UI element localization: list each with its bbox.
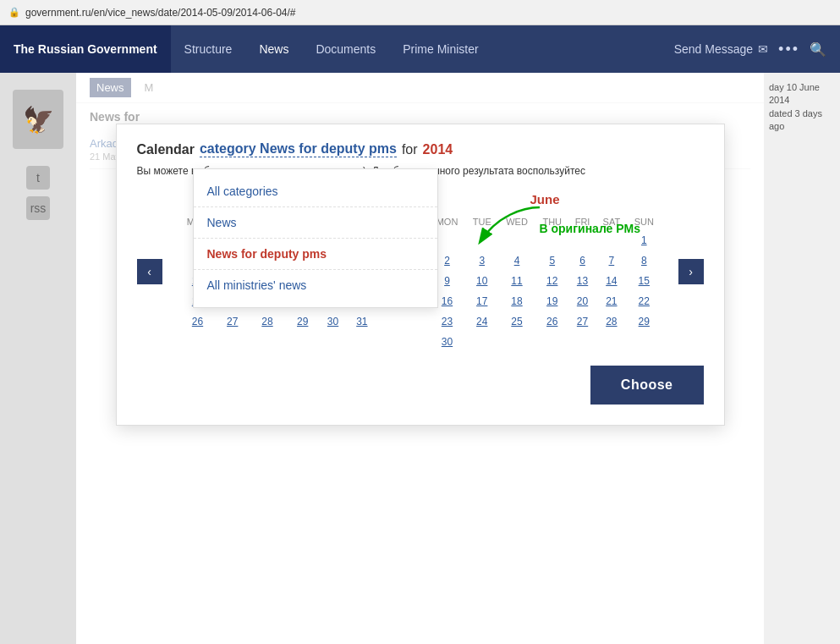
- category-dropdown-link[interactable]: category News for deputy pms: [200, 141, 397, 157]
- logo-area: 🦅: [0, 81, 76, 157]
- main-content: News M News for Arkady Dvork 21 May 2014…: [76, 73, 764, 644]
- june-day-cell: [596, 230, 627, 250]
- june-day-cell[interactable]: 18: [498, 291, 535, 311]
- may-day-cell[interactable]: 30: [319, 311, 346, 332]
- may-day-cell[interactable]: 31: [347, 311, 377, 332]
- june-day-cell[interactable]: 13: [568, 271, 596, 291]
- updated-text: dated 3 days ago: [769, 107, 835, 134]
- june-day-cell[interactable]: 4: [498, 250, 535, 271]
- june-day-cell[interactable]: 28: [596, 311, 627, 332]
- june-header-thu: THU: [535, 213, 568, 230]
- nav-links: Structure News Documents Prime Minister: [171, 25, 661, 73]
- more-options-icon[interactable]: •••: [778, 41, 799, 58]
- june-day-cell[interactable]: 27: [568, 311, 596, 332]
- june-day-cell: [498, 332, 535, 352]
- nav-documents[interactable]: Documents: [302, 25, 389, 73]
- page-body: 🦅 t rss News M News for Arkady Dvork 21 …: [0, 73, 840, 644]
- send-message-label: Send Message: [674, 42, 753, 56]
- june-calendar: June MON TUE WED THU FRI SAT: [429, 192, 662, 352]
- year-link[interactable]: 2014: [423, 142, 453, 157]
- june-day-cell: [568, 332, 596, 352]
- right-sidebar: day 10 June 2014 dated 3 days ago: [764, 73, 840, 644]
- search-icon[interactable]: 🔍: [810, 41, 826, 58]
- june-day-cell: [568, 230, 596, 250]
- june-title: June: [429, 192, 662, 206]
- address-bar: 🔒 government.ru/en/vice_news/date/2014-0…: [0, 0, 840, 25]
- navbar: The Russian Government Structure News Do…: [0, 25, 840, 73]
- brand-logo[interactable]: The Russian Government: [0, 25, 171, 73]
- june-header-wed: WED: [498, 213, 535, 230]
- june-day-cell[interactable]: 15: [627, 271, 661, 291]
- june-day-cell: [535, 332, 568, 352]
- june-day-cell: [465, 230, 498, 250]
- june-header-tue: TUE: [465, 213, 498, 230]
- social-icons: t rss: [0, 166, 76, 220]
- rss-icon[interactable]: rss: [26, 196, 50, 220]
- may-day-cell[interactable]: 27: [216, 311, 249, 332]
- calendar-container: Calendar category News for deputy pms fo…: [116, 124, 725, 426]
- send-message[interactable]: Send Message ✉: [674, 42, 768, 56]
- june-day-cell[interactable]: 6: [568, 250, 596, 271]
- june-day-cell[interactable]: 12: [535, 271, 568, 291]
- left-sidebar: 🦅 t rss: [0, 73, 76, 644]
- calendar-header: Calendar category News for deputy pms fo…: [137, 141, 704, 157]
- june-day-cell[interactable]: 24: [465, 311, 498, 332]
- june-day-cell[interactable]: 5: [535, 250, 568, 271]
- date-text: day 10 June 2014: [769, 81, 835, 107]
- may-day-cell[interactable]: 28: [249, 311, 286, 332]
- lock-icon: 🔒: [8, 7, 20, 18]
- envelope-icon: ✉: [758, 42, 768, 56]
- june-day-cell[interactable]: 25: [498, 311, 535, 332]
- next-month-button[interactable]: ›: [678, 259, 704, 284]
- may-day-cell[interactable]: 26: [179, 311, 217, 332]
- june-header-fri: FRI: [568, 213, 596, 230]
- nav-structure[interactable]: Structure: [171, 25, 246, 73]
- june-day-cell: [627, 332, 661, 352]
- calendar-label: Calendar: [137, 142, 195, 157]
- may-day-cell: [377, 311, 411, 332]
- choose-button[interactable]: Choose: [590, 366, 704, 405]
- june-day-cell[interactable]: 29: [627, 311, 661, 332]
- june-day-cell[interactable]: 30: [429, 332, 466, 352]
- dropdown-all-categories[interactable]: All categories: [194, 176, 437, 207]
- june-day-cell[interactable]: 22: [627, 291, 661, 311]
- for-text: for: [402, 142, 418, 157]
- june-day-cell[interactable]: 23: [429, 311, 466, 332]
- url-text: government.ru/en/vice_news/date/2014-05-…: [25, 7, 296, 19]
- dropdown-all-ministries[interactable]: All ministries' news: [194, 270, 437, 300]
- calendar-modal: Calendar category News for deputy pms fo…: [76, 73, 764, 644]
- nav-prime-minister[interactable]: Prime Minister: [389, 25, 491, 73]
- twitter-icon[interactable]: t: [26, 166, 50, 190]
- june-day-cell: [596, 332, 627, 352]
- june-day-cell[interactable]: 17: [465, 291, 498, 311]
- emblem: 🦅: [13, 90, 63, 149]
- june-day-cell: [535, 230, 568, 250]
- june-header-sat: SAT: [596, 213, 627, 230]
- date-info: day 10 June 2014 dated 3 days ago: [769, 81, 835, 134]
- june-header-sun: SUN: [627, 213, 661, 230]
- june-day-cell[interactable]: 11: [498, 271, 535, 291]
- choose-btn-row: Choose: [137, 352, 704, 408]
- nav-right: Send Message ✉ ••• 🔍: [661, 41, 840, 58]
- june-day-cell[interactable]: 20: [568, 291, 596, 311]
- prev-month-button[interactable]: ‹: [137, 259, 162, 284]
- dropdown-news[interactable]: News: [194, 207, 437, 239]
- dropdown-news-deputy[interactable]: News for deputy pms: [194, 239, 437, 270]
- june-day-cell[interactable]: 3: [465, 250, 498, 271]
- june-day-cell[interactable]: 26: [535, 311, 568, 332]
- june-day-cell[interactable]: 19: [535, 291, 568, 311]
- june-day-cell[interactable]: 8: [627, 250, 661, 271]
- june-grid: MON TUE WED THU FRI SAT SUN 123: [429, 213, 662, 352]
- june-day-cell[interactable]: 14: [596, 271, 627, 291]
- dropdown-menu: All categories News News for deputy pms …: [193, 168, 438, 308]
- june-day-cell[interactable]: 21: [596, 291, 627, 311]
- june-day-cell[interactable]: 10: [465, 271, 498, 291]
- may-day-cell[interactable]: 29: [286, 311, 319, 332]
- june-day-cell[interactable]: 7: [596, 250, 627, 271]
- june-day-cell: [498, 230, 535, 250]
- june-day-cell: [465, 332, 498, 352]
- nav-news[interactable]: News: [245, 25, 302, 73]
- june-day-cell[interactable]: 1: [627, 230, 661, 250]
